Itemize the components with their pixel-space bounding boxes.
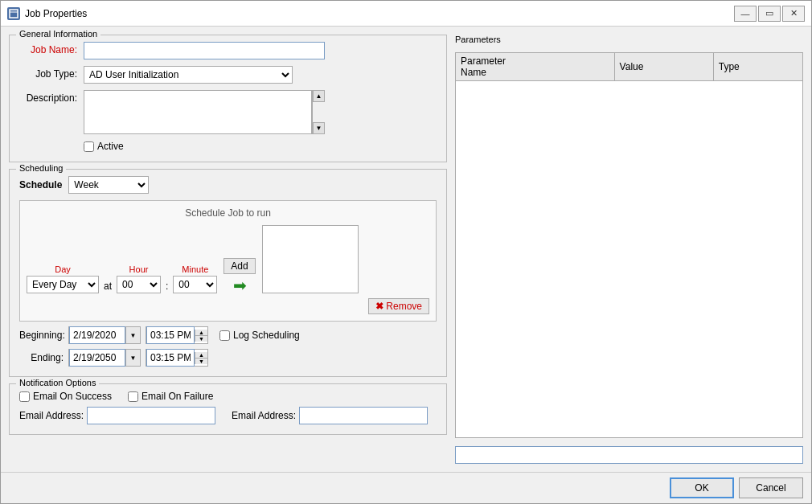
ending-time-spin: ▲ ▼ bbox=[195, 352, 207, 364]
ending-time-down[interactable]: ▼ bbox=[195, 359, 207, 364]
beginning-time-input: ▲ ▼ bbox=[146, 326, 208, 344]
job-name-input[interactable] bbox=[84, 42, 325, 59]
description-textarea[interactable] bbox=[84, 90, 312, 134]
schedule-select[interactable]: Week Day Month bbox=[68, 176, 149, 194]
params-text-input[interactable] bbox=[455, 446, 803, 464]
minimize-button[interactable]: — bbox=[734, 6, 757, 22]
param-type-header: Type bbox=[713, 53, 802, 81]
ending-row: Ending: ▼ ▲ ▼ bbox=[19, 349, 437, 367]
beginning-time-up[interactable]: ▲ bbox=[195, 330, 207, 336]
parameters-table-wrapper: ParameterName Value Type bbox=[455, 52, 803, 438]
close-button[interactable]: ✕ bbox=[782, 6, 805, 22]
email-address-1-item: Email Address: bbox=[19, 407, 215, 424]
email-address-2-item: Email Address: bbox=[232, 407, 428, 424]
ending-time-input: ▲ ▼ bbox=[146, 349, 208, 367]
email-address-label-1: Email Address: bbox=[19, 410, 84, 421]
general-info-section: General Information Job Name: Job Type: … bbox=[9, 35, 447, 162]
remove-button[interactable]: ✖ Remove bbox=[368, 298, 429, 314]
description-label: Description: bbox=[19, 90, 84, 104]
hour-col: Hour 00010203 04050607 08091011 12 bbox=[117, 264, 161, 293]
minute-col: Minute 00051015 20253035 40455055 bbox=[173, 264, 217, 293]
arrow-right-icon: ➡ bbox=[233, 277, 247, 293]
parameters-table: ParameterName Value Type bbox=[456, 53, 802, 81]
ending-time-field[interactable] bbox=[146, 349, 195, 367]
schedule-list-box[interactable] bbox=[262, 225, 359, 293]
email-failure-label: Email On Failure bbox=[141, 391, 213, 402]
schedule-inner-title: Schedule Job to run bbox=[27, 207, 429, 219]
job-name-row: Job Name: bbox=[19, 42, 437, 59]
window-controls: — ▭ ✕ bbox=[734, 6, 805, 22]
content-area: General Information Job Name: Job Type: … bbox=[1, 27, 811, 472]
active-checkbox[interactable] bbox=[84, 141, 94, 152]
day-label: Day bbox=[55, 264, 71, 274]
log-scheduling-checkbox[interactable] bbox=[219, 330, 230, 341]
schedule-row: Schedule Week Day Month bbox=[19, 176, 437, 194]
schedule-inner-box: Schedule Job to run Day Every Day Monday… bbox=[19, 200, 437, 322]
ok-button[interactable]: OK bbox=[670, 477, 734, 498]
parameters-label: Parameters bbox=[455, 35, 803, 44]
email-success-item: Email On Success bbox=[19, 391, 112, 402]
at-label: at bbox=[104, 281, 112, 293]
window-title: Job Properties bbox=[25, 8, 734, 19]
ending-time-up[interactable]: ▲ bbox=[195, 352, 207, 359]
notification-section: Notification Options Email On Success Em… bbox=[9, 383, 447, 435]
description-row: Description: ▲ ▼ bbox=[19, 90, 437, 134]
app-icon bbox=[7, 7, 20, 20]
param-value-header: Value bbox=[614, 53, 713, 81]
description-scrollbar: ▲ ▼ bbox=[312, 90, 325, 134]
email-address-input-1[interactable] bbox=[87, 407, 215, 424]
email-success-label: Email On Success bbox=[33, 391, 112, 402]
beginning-time-field[interactable] bbox=[146, 326, 195, 344]
scheduling-section: Scheduling Schedule Week Day Month Sched… bbox=[9, 169, 447, 377]
maximize-button[interactable]: ▭ bbox=[758, 6, 781, 22]
scroll-down-btn[interactable]: ▼ bbox=[313, 122, 325, 134]
svg-rect-0 bbox=[10, 10, 18, 18]
scheduling-section-label: Scheduling bbox=[16, 163, 66, 173]
cancel-button[interactable]: Cancel bbox=[739, 477, 803, 498]
minute-label: Minute bbox=[182, 264, 208, 274]
beginning-date-btn[interactable]: ▼ bbox=[125, 327, 140, 343]
remove-label: Remove bbox=[386, 301, 422, 312]
active-label: Active bbox=[97, 141, 124, 152]
colon-separator: : bbox=[166, 281, 168, 293]
notif-checkbox-row: Email On Success Email On Failure bbox=[19, 391, 437, 402]
minute-select[interactable]: 00051015 20253035 40455055 bbox=[173, 276, 217, 293]
add-remove-col: Add ➡ bbox=[224, 258, 255, 293]
job-name-label: Job Name: bbox=[19, 42, 84, 55]
right-panel: Parameters ParameterName Value Type bbox=[455, 35, 803, 464]
param-name-header: ParameterName bbox=[456, 53, 614, 81]
log-scheduling-label: Log Scheduling bbox=[233, 330, 300, 341]
scroll-up-btn[interactable]: ▲ bbox=[313, 90, 325, 102]
description-wrapper: ▲ ▼ bbox=[84, 90, 325, 134]
hour-select[interactable]: 00010203 04050607 08091011 12 bbox=[117, 276, 161, 293]
add-label: Add bbox=[231, 260, 248, 272]
active-row: Active bbox=[84, 141, 437, 152]
email-success-checkbox[interactable] bbox=[19, 391, 30, 402]
ending-date-input: ▼ bbox=[68, 349, 141, 367]
job-type-select[interactable]: AD User Initialization Option 2 Option 3 bbox=[84, 66, 293, 84]
email-failure-item: Email On Failure bbox=[128, 391, 213, 402]
beginning-time-spin: ▲ ▼ bbox=[195, 330, 207, 342]
beginning-row: Beginning: ▼ ▲ ▼ Log Schedul bbox=[19, 326, 437, 344]
hour-label: Hour bbox=[129, 264, 149, 274]
beginning-time-down[interactable]: ▼ bbox=[195, 336, 207, 342]
email-address-label-2: Email Address: bbox=[232, 410, 296, 421]
email-address-input-2[interactable] bbox=[299, 407, 428, 424]
log-scheduling-row: Log Scheduling bbox=[219, 330, 300, 341]
job-type-row: Job Type: AD User Initialization Option … bbox=[19, 66, 437, 84]
left-panel: General Information Job Name: Job Type: … bbox=[9, 35, 447, 464]
ending-date-field[interactable] bbox=[69, 349, 125, 367]
add-button[interactable]: Add bbox=[224, 258, 255, 274]
schedule-controls: Day Every Day Monday Tuesday Wednesday T… bbox=[27, 264, 217, 293]
footer: OK Cancel bbox=[1, 472, 811, 503]
beginning-date-field[interactable] bbox=[69, 326, 125, 344]
email-failure-checkbox[interactable] bbox=[128, 391, 138, 402]
day-col: Day Every Day Monday Tuesday Wednesday T… bbox=[27, 264, 99, 293]
day-select[interactable]: Every Day Monday Tuesday Wednesday Thurs… bbox=[27, 276, 99, 293]
titlebar: Job Properties — ▭ ✕ bbox=[1, 1, 811, 27]
job-type-label: Job Type: bbox=[19, 66, 84, 80]
ending-label: Ending: bbox=[19, 352, 64, 363]
params-input-row bbox=[455, 446, 803, 464]
general-info-label: General Information bbox=[16, 29, 100, 39]
ending-date-btn[interactable]: ▼ bbox=[125, 350, 140, 366]
